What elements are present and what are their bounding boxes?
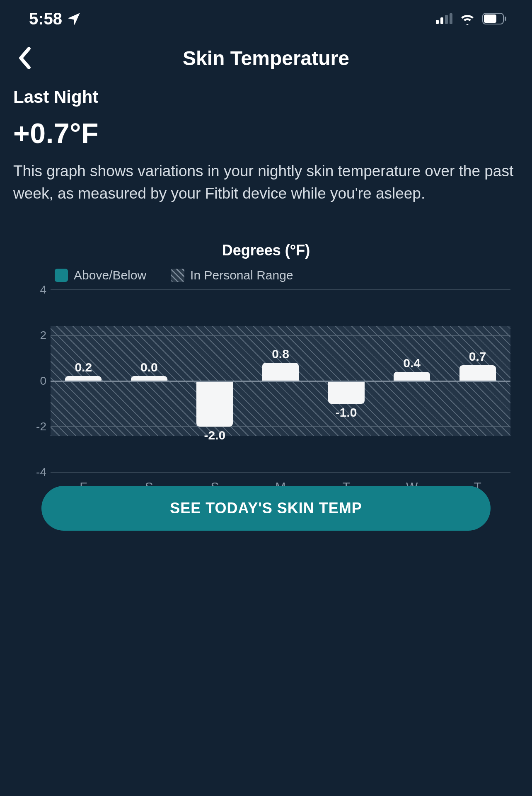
back-button[interactable] xyxy=(12,46,37,70)
legend-personal-range: In Personal Range xyxy=(171,268,293,282)
chart-bar xyxy=(262,363,299,381)
chart-plot-area: 420-2-40.20.0-2.00.8-1.00.40.7 xyxy=(13,290,519,472)
chart-y-tick: 2 xyxy=(13,329,46,342)
location-icon xyxy=(68,12,80,25)
chevron-left-icon xyxy=(17,47,32,69)
legend-swatch-solid xyxy=(55,269,68,282)
svg-rect-0 xyxy=(436,20,439,24)
chart-bar-label: -1.0 xyxy=(336,405,357,420)
chart-zero-line xyxy=(51,381,510,382)
chart-bar xyxy=(196,381,233,427)
status-time: 5:58 xyxy=(29,10,62,28)
chart-bar-label: 0.4 xyxy=(403,356,421,370)
page-header: Skin Temperature xyxy=(0,37,532,79)
chart-bar-label: -2.0 xyxy=(204,428,226,442)
chart-bar-label: 0.0 xyxy=(140,360,158,374)
svg-rect-6 xyxy=(505,17,506,21)
chart-bar xyxy=(328,381,365,404)
status-bar: 5:58 xyxy=(0,0,532,37)
summary-label: Last Night xyxy=(13,87,519,107)
summary-value: +0.7°F xyxy=(13,117,519,149)
chart-y-tick: 0 xyxy=(13,374,46,388)
chart-container: Degrees (°F) Above/Below In Personal Ran… xyxy=(13,242,519,513)
chart-y-tick: -4 xyxy=(13,466,46,479)
summary-description: This graph shows variations in your nigh… xyxy=(13,160,515,204)
battery-icon xyxy=(482,13,507,24)
cellular-signal-icon xyxy=(436,13,452,24)
svg-rect-5 xyxy=(484,15,496,23)
page-title: Skin Temperature xyxy=(183,47,349,70)
chart-bar-label: 0.8 xyxy=(272,347,289,361)
chart-bar xyxy=(394,372,430,381)
legend-above-below-label: Above/Below xyxy=(74,268,146,282)
legend-above-below: Above/Below xyxy=(55,268,146,282)
svg-rect-1 xyxy=(440,17,443,24)
chart-y-tick: -2 xyxy=(13,420,46,433)
chart-title: Degrees (°F) xyxy=(13,242,519,259)
see-today-skin-temp-button[interactable]: SEE TODAY'S SKIN TEMP xyxy=(41,486,491,531)
chart-bar xyxy=(459,365,496,381)
chart-y-tick: 4 xyxy=(13,283,46,296)
legend-swatch-hatch xyxy=(171,269,184,282)
chart-bar-label: 0.7 xyxy=(469,349,486,364)
wifi-icon xyxy=(459,12,476,25)
chart-bar-label: 0.2 xyxy=(75,360,92,374)
svg-rect-3 xyxy=(450,13,452,24)
legend-personal-range-label: In Personal Range xyxy=(190,268,293,282)
chart-legend: Above/Below In Personal Range xyxy=(13,268,519,282)
svg-rect-2 xyxy=(445,15,448,24)
